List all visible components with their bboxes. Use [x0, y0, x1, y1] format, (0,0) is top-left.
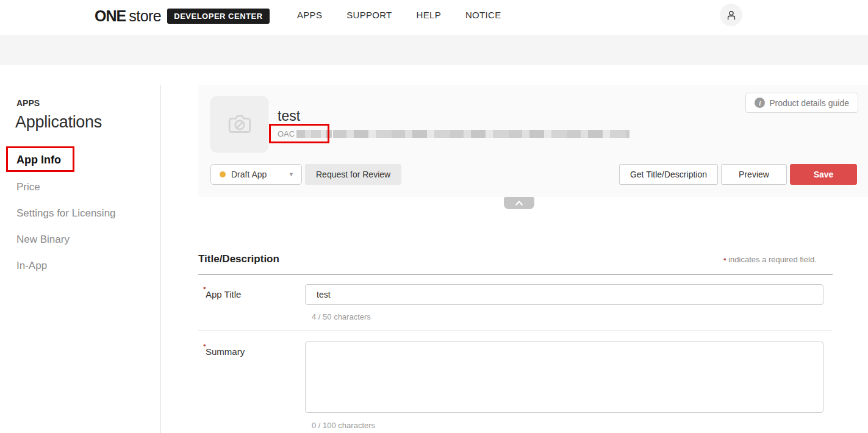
- redacted-app-id-tail: [333, 130, 629, 138]
- sidebar-title: Applications: [15, 113, 102, 132]
- required-field-note: • indicates a required field.: [723, 255, 817, 264]
- status-row: Draft App ▼ Request for Review: [210, 164, 401, 185]
- sidebar-item-new-binary[interactable]: New Binary: [16, 234, 70, 246]
- required-dot-icon: •: [723, 255, 726, 264]
- logo-one-text: ONE: [95, 7, 126, 25]
- sidebar-item-price[interactable]: Price: [16, 181, 40, 193]
- product-details-guide-button[interactable]: i Product details guide: [745, 93, 858, 113]
- sidebar-item-settings-for-licensing[interactable]: Settings for Licensing: [16, 207, 116, 220]
- status-dot-icon: [220, 171, 226, 177]
- logo-store-text: store: [129, 7, 161, 25]
- sub-header-band: [0, 35, 868, 65]
- nav-apps[interactable]: APPS: [297, 10, 322, 20]
- top-navigation: APPS SUPPORT HELP NOTICE: [297, 10, 501, 20]
- header-actions: Get Title/Description Preview Save: [619, 164, 857, 185]
- user-account-button[interactable]: [720, 4, 742, 26]
- app-id-prefix: OAC: [278, 129, 295, 138]
- request-for-review-button[interactable]: Request for Review: [305, 164, 401, 185]
- app-title-input[interactable]: [305, 284, 823, 305]
- onestore-logo[interactable]: ONE store DEVELOPER CENTER: [95, 7, 270, 25]
- redacted-app-id: [296, 130, 332, 138]
- section-divider: [198, 274, 833, 274]
- app-title-label: App Title: [206, 289, 241, 299]
- preview-button[interactable]: Preview: [721, 164, 787, 185]
- app-title-heading: test: [278, 108, 300, 124]
- app-icon-placeholder: [210, 96, 268, 152]
- developer-center-page: ONE store DEVELOPER CENTER APPS SUPPORT …: [0, 0, 868, 433]
- app-title-counter: 4 / 50 characters: [312, 312, 371, 321]
- nav-notice[interactable]: NOTICE: [465, 10, 501, 20]
- app-id-line: OAC: [278, 129, 332, 138]
- sidebar-section-label: APPS: [16, 98, 40, 108]
- summary-counter: 0 / 100 characters: [312, 421, 375, 430]
- app-header-panel: test OAC Draft App ▼ Request for Review …: [198, 85, 868, 197]
- no-image-camera-icon: [226, 110, 254, 138]
- sidebar-item-app-info[interactable]: App Info: [16, 154, 61, 166]
- sidebar-divider: [160, 85, 161, 433]
- save-button[interactable]: Save: [790, 164, 857, 185]
- info-icon: i: [755, 98, 765, 108]
- chevron-down-icon: ▼: [289, 171, 294, 177]
- guide-button-label: Product details guide: [769, 98, 849, 108]
- get-title-description-button[interactable]: Get Title/Description: [619, 164, 718, 185]
- user-icon: [725, 9, 737, 21]
- field-divider: [198, 330, 833, 331]
- nav-support[interactable]: SUPPORT: [346, 10, 392, 20]
- top-header: ONE store DEVELOPER CENTER APPS SUPPORT …: [0, 0, 868, 35]
- required-note-text: indicates a required field.: [728, 255, 817, 264]
- status-selected-value: Draft App: [231, 170, 289, 179]
- section-title: Title/Description: [198, 253, 279, 265]
- collapse-panel-button[interactable]: [504, 197, 534, 209]
- chevron-up-icon: [514, 199, 524, 207]
- nav-help[interactable]: HELP: [417, 10, 441, 20]
- app-status-dropdown[interactable]: Draft App ▼: [210, 164, 302, 185]
- summary-textarea[interactable]: [305, 342, 823, 413]
- summary-label: Summary: [206, 346, 245, 357]
- developer-center-badge: DEVELOPER CENTER: [167, 9, 269, 24]
- sidebar-item-in-app[interactable]: In-App: [16, 260, 47, 272]
